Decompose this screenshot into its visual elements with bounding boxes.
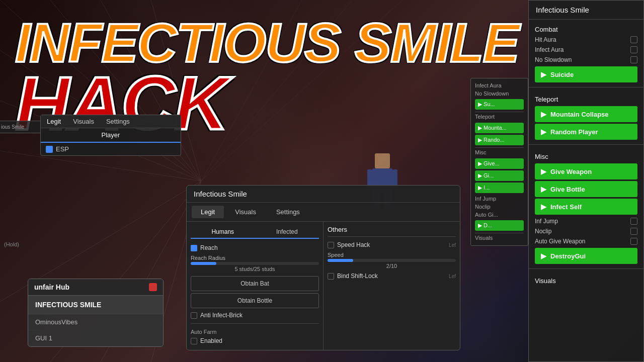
rp-hit-aura-checkbox[interactable] — [630, 36, 637, 43]
speed-hack-row: Speed Hack Lef — [328, 240, 456, 250]
main-panel-tabs: Legit Visuals Settings — [187, 203, 460, 222]
small-panel: Legit Visuals Settings Player ESP — [40, 115, 181, 156]
rp-inf-jump-label: Inf Jump — [535, 218, 558, 225]
speed-slider-fill — [328, 259, 353, 262]
reach-radius-label: Reach Radius — [191, 255, 319, 261]
obtain-bat-button[interactable]: Obtain Bat — [191, 276, 319, 291]
suicide-label: Suicide — [550, 71, 574, 78]
partial-left-text: ious Smile — [1, 124, 39, 130]
rp-auto-give-checkbox[interactable] — [630, 238, 637, 245]
hub-item-ominous[interactable]: OminousVibes — [28, 314, 163, 330]
enabled-row: Enabled — [191, 336, 319, 346]
rp-combat-label: Combat — [535, 23, 637, 35]
give-weapon-icon: ▶ — [541, 167, 546, 175]
anti-infect-label: Anti Infect-Brick — [200, 312, 243, 319]
reach-radius-track[interactable] — [191, 262, 319, 265]
rp-infect-aura-row: Infect Aura — [535, 45, 637, 55]
give-weapon-label: Give Weapon — [550, 168, 592, 175]
give-weapon-button[interactable]: ▶ Give Weapon — [535, 163, 637, 179]
bind-shift-checkbox[interactable] — [328, 273, 334, 280]
divider — [191, 323, 319, 324]
small-tab-legit[interactable]: Legit — [41, 115, 67, 128]
small-panel-tabs: Legit Visuals Settings — [41, 115, 181, 128]
partial-inf-btn[interactable]: ▶ I... — [475, 183, 524, 193]
rp-hit-aura-row: Hit Aura — [535, 35, 637, 45]
mountain-collapse-button[interactable]: ▶ Mountain Collapse — [535, 106, 637, 122]
enabled-label: Enabled — [200, 337, 222, 344]
speed-hack-label: Speed Hack — [337, 241, 370, 248]
rp-inf-jump-row: Inf Jump — [535, 216, 637, 226]
sub-tab-infected[interactable]: Infected — [255, 226, 319, 238]
panel-right: Others Speed Hack Lef Speed 2/10 Bind Sh… — [324, 222, 460, 350]
partial-random-btn[interactable]: ▶ Rando... — [475, 135, 524, 145]
partial-suicide-btn[interactable]: ▶ Su... — [475, 99, 524, 110]
suicide-icon: ▶ — [541, 70, 546, 78]
partial-noclip: Noclip — [475, 203, 524, 211]
give-bottle-button[interactable]: ▶ Give Bottle — [535, 181, 637, 197]
reach-radius-container: Reach Radius 5 studs/25 studs — [191, 253, 319, 274]
reach-checkbox[interactable] — [191, 245, 197, 251]
suicide-button[interactable]: ▶ Suicide — [535, 66, 637, 82]
main-tab-visuals[interactable]: Visuals — [226, 206, 265, 218]
partial-gi-btn[interactable]: ▶ Gi... — [475, 170, 524, 181]
partial-visuals-label: Visuals — [475, 233, 524, 242]
speed-slider-track[interactable] — [328, 259, 456, 262]
reach-radius-fill — [191, 262, 216, 265]
infect-self-icon: ▶ — [541, 203, 546, 211]
destroy-gui-label: DestroyGui — [550, 252, 586, 260]
panel-left: Humans Infected Reach Reach Radius 5 stu… — [187, 222, 324, 350]
esp-checkbox[interactable] — [46, 146, 53, 153]
infect-self-button[interactable]: ▶ Infect Self — [535, 199, 637, 215]
rp-combat-section: Combat Hit Aura Infect Aura No Slowdown … — [529, 20, 643, 85]
main-tab-settings[interactable]: Settings — [267, 206, 309, 218]
sub-tab-humans[interactable]: Humans — [191, 226, 255, 238]
rp-misc-label: Misc — [535, 150, 637, 162]
speed-slider-label: Speed — [328, 252, 456, 258]
hub-item-gui1[interactable]: GUI 1 — [28, 330, 163, 346]
rp-inf-jump-checkbox[interactable] — [630, 218, 637, 225]
obtain-bottle-button[interactable]: Obtain Bottle — [191, 293, 319, 308]
rp-infect-aura-checkbox[interactable] — [630, 46, 637, 53]
rp-noclip-row: Noclip — [535, 226, 637, 236]
hub-item-infectious[interactable]: INFECTIOUS SMILE — [28, 296, 163, 314]
main-panel-title: Infectious Smile — [187, 186, 460, 203]
anti-infect-checkbox[interactable] — [191, 312, 197, 319]
give-bottle-label: Give Bottle — [550, 186, 585, 193]
auto-farm-header: Auto Farm — [191, 327, 319, 336]
unfair-hub-panel: unfair Hub INFECTIOUS SMILE OminousVibes… — [28, 279, 164, 347]
partial-give-btn[interactable]: ▶ Give... — [475, 158, 524, 169]
rp-noclip-checkbox[interactable] — [630, 228, 637, 235]
rp-divider-1 — [529, 87, 643, 87]
rp-teleport-section: Teleport ▶ Mountain Collapse ▶ Random Pl… — [529, 89, 643, 142]
enabled-checkbox[interactable] — [191, 338, 197, 344]
bind-shift-label: Bind Shift-Lock — [337, 273, 378, 280]
main-panel-body: Humans Infected Reach Reach Radius 5 stu… — [187, 222, 460, 350]
small-tab-settings[interactable]: Settings — [100, 115, 136, 128]
rp-no-slowdown-checkbox[interactable] — [630, 56, 637, 63]
small-panel-section: Player — [41, 128, 181, 143]
partial-mountain-btn[interactable]: ▶ Mounta... — [475, 123, 524, 133]
main-tab-legit[interactable]: Legit — [192, 206, 224, 218]
esp-label: ESP — [56, 145, 69, 153]
small-tab-visuals[interactable]: Visuals — [67, 115, 100, 128]
rp-teleport-label: Teleport — [535, 93, 637, 105]
speed-hack-bind: Lef — [449, 242, 456, 248]
reach-row: Reach — [191, 243, 319, 253]
partial-no-slowdown-label: No Slowdown — [475, 89, 524, 98]
unfair-hub-title: unfair Hub — [34, 283, 69, 291]
rp-auto-give-label: Auto Give Weapon — [535, 238, 586, 245]
partial-destroy-btn[interactable]: ▶ D... — [475, 220, 524, 231]
destroy-gui-button[interactable]: ▶ DestroyGui — [535, 248, 637, 264]
anti-infect-row: Anti Infect-Brick — [191, 310, 319, 320]
right-panel: Infectious Smile Combat Hit Aura Infect … — [528, 0, 644, 362]
svg-rect-16 — [367, 169, 372, 187]
rp-title: Infectious Smile — [529, 1, 643, 20]
bind-shift-row: Bind Shift-Lock Lef — [328, 271, 456, 281]
random-player-button[interactable]: ▶ Random Player — [535, 124, 637, 140]
rp-no-slowdown-row: No Slowdown — [535, 55, 637, 65]
close-button[interactable] — [149, 283, 157, 291]
partial-infect-aura-label: Infect Aura — [475, 81, 524, 89]
infect-self-label: Infect Self — [550, 203, 582, 211]
rp-divider-3 — [529, 268, 643, 269]
speed-hack-checkbox[interactable] — [328, 242, 334, 248]
